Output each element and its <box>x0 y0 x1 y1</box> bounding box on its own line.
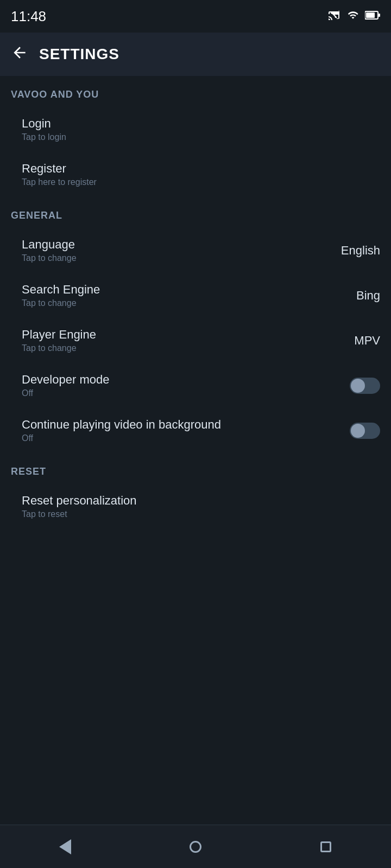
continue-playing-item[interactable]: Continue playing video in background Off <box>0 408 391 453</box>
search-engine-subtitle: Tap to change <box>22 298 100 308</box>
search-engine-item-left: Search Engine Tap to change <box>22 283 100 308</box>
register-item-left: Register Tap here to register <box>22 162 97 187</box>
continue-playing-item-left: Continue playing video in background Off <box>22 418 221 443</box>
reset-personalization-item-left: Reset personalization Tap to reset <box>22 494 137 519</box>
reset-personalization-subtitle: Tap to reset <box>22 509 137 519</box>
top-bar: SETTINGS <box>0 33 391 76</box>
player-engine-value: MPV <box>354 334 380 348</box>
language-item[interactable]: Language Tap to change English <box>0 228 391 273</box>
developer-mode-item-left: Developer mode Off <box>22 373 109 398</box>
status-bar: 11:48 <box>0 0 391 33</box>
developer-mode-subtitle: Off <box>22 388 109 398</box>
player-engine-item[interactable]: Player Engine Tap to change MPV <box>0 318 391 363</box>
reset-personalization-item[interactable]: Reset personalization Tap to reset <box>0 484 391 529</box>
bottom-nav <box>0 825 391 868</box>
continue-playing-toggle[interactable] <box>350 423 380 439</box>
nav-recent-button[interactable] <box>312 833 339 860</box>
back-button[interactable] <box>11 44 28 65</box>
page-title: SETTINGS <box>39 46 119 63</box>
battery-icon <box>365 11 380 22</box>
nav-back-button[interactable] <box>52 833 79 860</box>
nav-home-icon <box>190 841 201 853</box>
search-engine-title: Search Engine <box>22 283 100 297</box>
register-subtitle: Tap here to register <box>22 177 97 187</box>
section-header-reset: RESET <box>0 453 391 484</box>
svg-rect-1 <box>366 12 375 18</box>
login-title: Login <box>22 117 66 131</box>
continue-playing-subtitle: Off <box>22 433 221 443</box>
svg-rect-2 <box>379 14 380 17</box>
player-engine-item-left: Player Engine Tap to change <box>22 328 96 353</box>
login-item-left: Login Tap to login <box>22 117 66 142</box>
developer-mode-toggle[interactable] <box>350 378 380 394</box>
login-subtitle: Tap to login <box>22 132 66 142</box>
reset-personalization-title: Reset personalization <box>22 494 137 508</box>
language-title: Language <box>22 238 77 252</box>
continue-playing-thumb <box>351 424 365 438</box>
status-icons <box>328 9 380 24</box>
nav-recent-icon <box>320 841 331 852</box>
register-title: Register <box>22 162 97 176</box>
language-subtitle: Tap to change <box>22 253 77 263</box>
language-item-left: Language Tap to change <box>22 238 77 263</box>
section-header-vavoo: VAVOO AND YOU <box>0 76 391 107</box>
search-engine-value: Bing <box>356 289 380 303</box>
developer-mode-thumb <box>351 379 365 393</box>
wifi-icon <box>346 10 360 23</box>
language-value: English <box>341 244 380 258</box>
search-engine-item[interactable]: Search Engine Tap to change Bing <box>0 273 391 318</box>
settings-content: VAVOO AND YOU Login Tap to login Registe… <box>0 76 391 825</box>
player-engine-title: Player Engine <box>22 328 96 342</box>
continue-playing-title: Continue playing video in background <box>22 418 221 432</box>
login-item[interactable]: Login Tap to login <box>0 107 391 152</box>
nav-home-button[interactable] <box>182 833 209 860</box>
section-header-general: GENERAL <box>0 197 391 228</box>
nav-back-icon <box>59 839 71 854</box>
cast-icon <box>328 9 341 24</box>
register-item[interactable]: Register Tap here to register <box>0 152 391 197</box>
player-engine-subtitle: Tap to change <box>22 343 96 353</box>
status-time: 11:48 <box>11 8 46 25</box>
developer-mode-title: Developer mode <box>22 373 109 387</box>
developer-mode-item[interactable]: Developer mode Off <box>0 363 391 408</box>
developer-mode-track <box>350 378 380 394</box>
continue-playing-track <box>350 423 380 439</box>
